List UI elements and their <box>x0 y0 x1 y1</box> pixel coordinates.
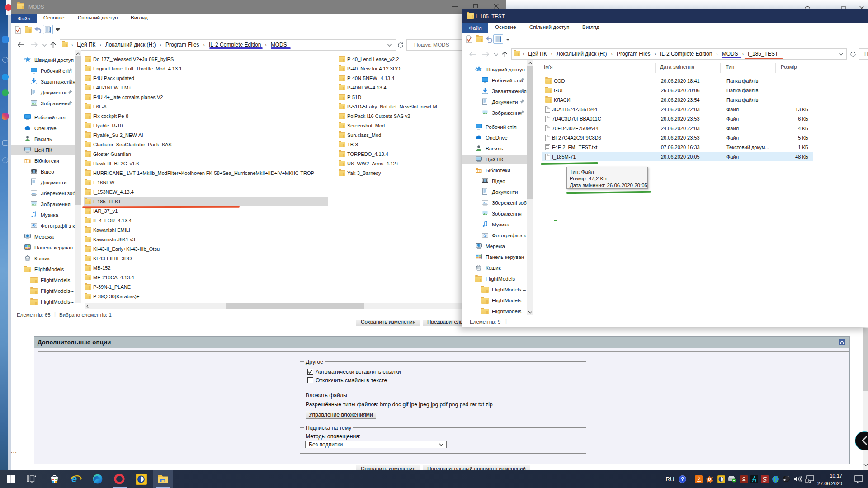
svg-text:e: e <box>71 474 77 484</box>
svg-text:?: ? <box>681 476 684 483</box>
